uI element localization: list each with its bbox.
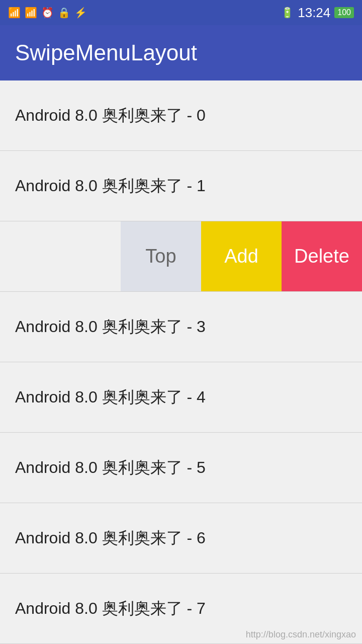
signal-icon: 📶 <box>8 7 21 19</box>
usb-icon: ⚡ <box>74 7 87 19</box>
list-item-text: Android 8.0 奥利奥来了 - 4 <box>15 386 206 409</box>
list-item-text: Android 8.0 奥利奥来了 - 7 <box>15 598 206 620</box>
list-container: Android 8.0 奥利奥来了 - 0 Android 8.0 奥利奥来了 … <box>0 80 362 644</box>
list-item[interactable]: Android 8.0 奥利奥来了 - 1 <box>0 151 362 221</box>
list-item-text: Android 8.0 奥利奥来了 - 3 <box>15 316 206 338</box>
swipe-top-button[interactable]: Top <box>121 221 201 291</box>
status-bar-right: 🔋 13:24 100 <box>281 5 354 21</box>
swipe-delete-button[interactable]: Delete <box>282 221 362 291</box>
swipe-actions: Top Add Delete <box>121 221 362 291</box>
status-bar-left: 📶 📶 ⏰ 🔒 ⚡ <box>8 7 87 19</box>
lock-icon: 🔒 <box>58 7 70 19</box>
list-item[interactable]: Android 8.0 奥利奥来了 - 4 <box>0 362 362 433</box>
swipe-item-main <box>0 221 121 291</box>
list-item[interactable]: Android 8.0 奥利奥来了 - 3 <box>0 292 362 362</box>
list-item-text: Android 8.0 奥利奥来了 - 1 <box>15 175 206 197</box>
list-item[interactable]: Android 8.0 奥利奥来了 - 6 <box>0 503 362 574</box>
status-bar: 📶 📶 ⏰ 🔒 ⚡ 🔋 13:24 100 <box>0 0 362 25</box>
list-item[interactable]: Android 8.0 奥利奥来了 - 5 <box>0 433 362 503</box>
list-item-swiped[interactable]: Top Add Delete <box>0 221 362 292</box>
battery-level: 100 <box>334 7 354 18</box>
page-title: SwipeMenuLayout <box>15 40 197 65</box>
list-item-text: Android 8.0 奥利奥来了 - 6 <box>15 527 206 549</box>
list-item-text: Android 8.0 奥利奥来了 - 0 <box>15 105 206 127</box>
signal-icon-2: 📶 <box>25 7 37 19</box>
toolbar: SwipeMenuLayout <box>0 25 362 80</box>
swipe-add-button[interactable]: Add <box>201 221 282 291</box>
list-item[interactable]: Android 8.0 奥利奥来了 - 0 <box>0 80 362 151</box>
battery-icon: 🔋 <box>281 7 294 19</box>
watermark: http://blog.csdn.net/xingxao <box>246 629 356 640</box>
list-item-text: Android 8.0 奥利奥来了 - 5 <box>15 457 206 479</box>
time-display: 13:24 <box>298 5 330 21</box>
alarm-icon: ⏰ <box>41 7 54 19</box>
